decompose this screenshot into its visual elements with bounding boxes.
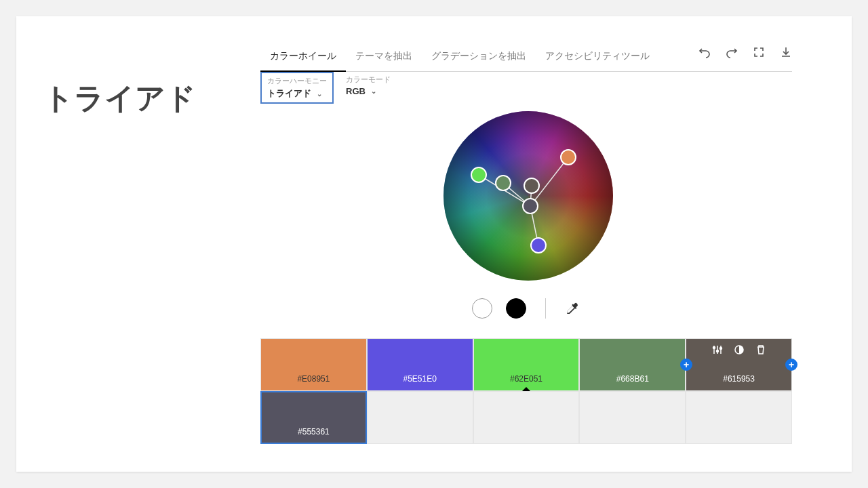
- chevron-down-icon: ⌄: [371, 87, 376, 95]
- color-harmony-select[interactable]: カラーハーモニー トライアド ⌄: [260, 72, 334, 104]
- swatch-empty[interactable]: [473, 391, 580, 444]
- tab-extract-gradient[interactable]: グラデーションを抽出: [422, 43, 536, 71]
- redo-icon[interactable]: [726, 46, 738, 58]
- tab-accessibility[interactable]: アクセシビリティツール: [536, 43, 659, 71]
- swatch-hex: #555361: [298, 427, 330, 436]
- swatch[interactable]: #668B61: [579, 338, 686, 391]
- color-mode-value: RGB: [346, 86, 366, 96]
- wheel-node[interactable]: [524, 178, 540, 194]
- swatch[interactable]: #E08951: [260, 338, 367, 391]
- palette: #E08951#5E51E0#62E051#668B61#615953++ #5…: [260, 338, 792, 444]
- tab-color-wheel[interactable]: カラーホイール: [260, 43, 346, 72]
- contrast-icon[interactable]: [734, 344, 745, 355]
- swatch[interactable]: #615953++: [686, 338, 792, 391]
- swatch-empty[interactable]: [686, 391, 792, 444]
- swatch-empty[interactable]: [367, 391, 473, 444]
- background-picker: [472, 298, 578, 319]
- wheel-node[interactable]: [560, 149, 576, 165]
- tab-extract-theme[interactable]: テーマを抽出: [346, 43, 422, 71]
- svg-point-7: [719, 348, 722, 350]
- undo-icon[interactable]: [698, 46, 711, 58]
- swatch[interactable]: #5E51E0: [367, 338, 473, 391]
- fullscreen-icon[interactable]: [753, 46, 765, 58]
- color-wheel[interactable]: [443, 111, 613, 281]
- wheel-node[interactable]: [522, 198, 538, 214]
- toolbar-actions: [698, 46, 792, 58]
- color-mode-label: カラーモード: [346, 75, 391, 85]
- page-title: トライアド: [43, 79, 196, 119]
- swatch[interactable]: #62E051: [473, 338, 580, 391]
- color-harmony-value: トライアド: [267, 87, 311, 100]
- separator: [545, 298, 546, 319]
- trash-icon[interactable]: [755, 344, 766, 355]
- download-icon[interactable]: [780, 46, 792, 58]
- controls: カラーハーモニー トライアド ⌄ カラーモード RGB ⌄: [260, 72, 396, 104]
- svg-point-5: [713, 347, 715, 349]
- swatch[interactable]: #555361: [260, 391, 367, 444]
- add-swatch-right-button[interactable]: +: [785, 359, 797, 371]
- svg-point-6: [716, 350, 718, 352]
- color-mode-select[interactable]: カラーモード RGB ⌄: [340, 72, 396, 104]
- add-swatch-left-button[interactable]: +: [680, 359, 692, 371]
- swatch-hex: #5E51E0: [403, 374, 437, 384]
- bg-white-option[interactable]: [472, 298, 492, 319]
- wheel-node[interactable]: [530, 237, 547, 253]
- eyedropper-icon[interactable]: [565, 302, 578, 315]
- wheel-node[interactable]: [495, 175, 511, 191]
- swatch-hex: #615953: [723, 374, 755, 384]
- bg-black-option[interactable]: [506, 298, 526, 319]
- swatch-hex: #668B61: [616, 374, 649, 384]
- swatch-hex: #62E051: [510, 374, 542, 384]
- wheel-node[interactable]: [471, 167, 487, 183]
- swatch-empty[interactable]: [579, 391, 686, 444]
- swatch-hex: #E08951: [297, 374, 330, 384]
- chevron-down-icon: ⌄: [317, 90, 322, 98]
- color-harmony-label: カラーハーモニー: [267, 76, 327, 86]
- sliders-icon[interactable]: [712, 344, 723, 355]
